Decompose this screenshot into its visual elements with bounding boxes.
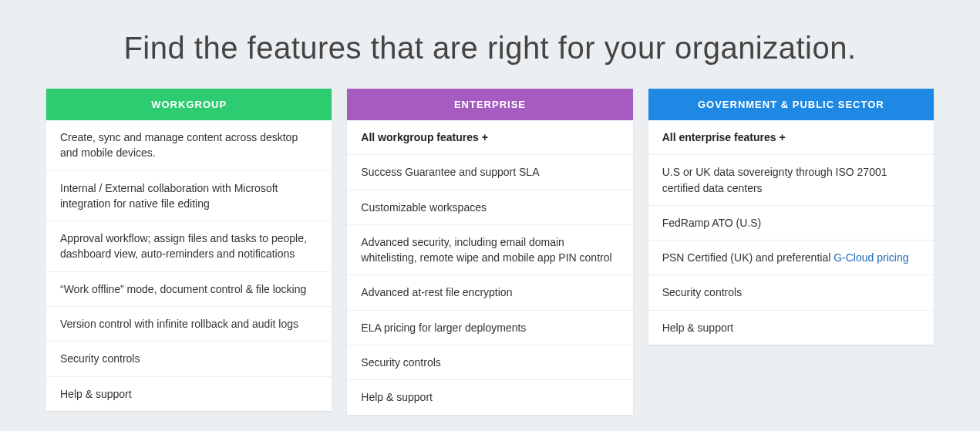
feature-text: Create, sync and manage content across d…	[60, 131, 298, 159]
feature-text: Security controls	[662, 286, 742, 298]
feature-text: Help & support	[662, 322, 734, 334]
feature-text: Security controls	[60, 352, 140, 365]
feature-item: All enterprise features +	[648, 120, 934, 155]
gcloud-pricing-link[interactable]: G-Cloud pricing	[834, 251, 908, 264]
feature-text: Advanced at-rest file encryption	[361, 286, 512, 298]
feature-text: FedRamp ATO (U.S)	[662, 217, 762, 229]
feature-text: Internal / External collaboration with M…	[60, 182, 278, 210]
feature-text: Success Guarantee and support SLA	[361, 166, 539, 178]
page-title: Find the features that are right for you…	[46, 31, 934, 66]
feature-text: Help & support	[361, 391, 433, 403]
feature-text: Version control with infinite rollback a…	[60, 318, 298, 330]
feature-item: FedRamp ATO (U.S)	[648, 206, 934, 241]
plan-enterprise: ENTERPRISEAll workgroup features +Succes…	[347, 89, 632, 415]
plan-government: GOVERNMENT & PUBLIC SECTORAll enterprise…	[648, 89, 934, 345]
feature-text: “Work offline” mode, document control & …	[60, 283, 306, 295]
feature-text: U.S or UK data sovereignty through ISO 2…	[662, 166, 887, 194]
feature-item: Internal / External collaboration with M…	[46, 171, 332, 222]
feature-item: “Work offline” mode, document control & …	[46, 272, 332, 307]
feature-text: ELA pricing for larger deployments	[361, 322, 526, 334]
feature-item: Create, sync and manage content across d…	[46, 120, 332, 171]
feature-text: Help & support	[60, 388, 132, 400]
feature-item: Approval workflow; assign files and task…	[46, 221, 332, 272]
feature-item: U.S or UK data sovereignty through ISO 2…	[648, 155, 934, 206]
feature-item: Version control with infinite rollback a…	[46, 307, 332, 342]
plan-enterprise-header: ENTERPRISE	[347, 89, 632, 120]
feature-item: Security controls	[347, 345, 632, 380]
feature-item: Security controls	[46, 342, 332, 376]
plan-columns: WORKGROUPCreate, sync and manage content…	[46, 89, 934, 415]
feature-item: Advanced at-rest file encryption	[347, 275, 632, 310]
feature-text: Security controls	[361, 356, 440, 369]
plan-government-header: GOVERNMENT & PUBLIC SECTOR	[648, 89, 934, 120]
feature-text: Approval workflow; assign files and task…	[60, 232, 307, 260]
feature-item: Advanced security, including email domai…	[347, 225, 632, 276]
feature-item: Help & support	[648, 311, 934, 345]
feature-item: All workgroup features +	[347, 120, 632, 155]
plan-workgroup: WORKGROUPCreate, sync and manage content…	[46, 89, 332, 411]
plan-workgroup-header: WORKGROUP	[46, 89, 332, 120]
feature-item: Help & support	[46, 377, 332, 411]
feature-item: Customizable workspaces	[347, 190, 632, 225]
feature-text: Advanced security, including email domai…	[361, 236, 611, 264]
feature-text: PSN Certified (UK) and preferential	[662, 251, 834, 264]
feature-text: Customizable workspaces	[361, 201, 487, 214]
feature-text: All workgroup features +	[361, 131, 488, 143]
feature-text: All enterprise features +	[662, 131, 786, 143]
feature-item: Security controls	[648, 275, 934, 310]
feature-item: Success Guarantee and support SLA	[347, 155, 632, 190]
feature-item: PSN Certified (UK) and preferential G-Cl…	[648, 241, 934, 275]
feature-item: ELA pricing for larger deployments	[347, 311, 632, 345]
feature-item: Help & support	[347, 380, 632, 414]
